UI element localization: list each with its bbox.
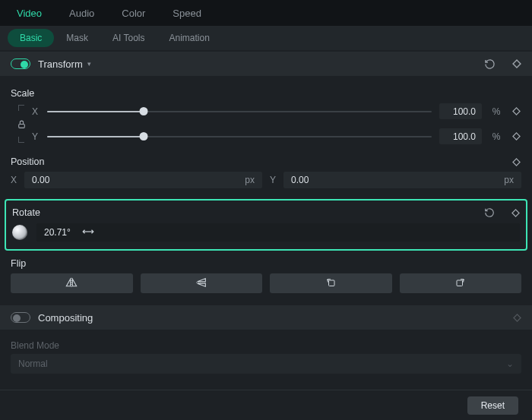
flip-vertical-icon: [195, 277, 207, 290]
rotate-cw-icon: [454, 276, 467, 290]
rotate-knob[interactable]: [12, 225, 27, 240]
rotate-label: Rotate: [12, 207, 40, 218]
flip-vertical-button[interactable]: [141, 273, 263, 293]
flip-label: Flip: [11, 258, 521, 269]
scale-y-slider[interactable]: [47, 131, 432, 142]
scale-label: Scale: [11, 88, 521, 99]
subtab-mask[interactable]: Mask: [54, 29, 100, 47]
scale-y-value[interactable]: 100.0: [439, 128, 482, 144]
chevron-down-icon: ⌄: [506, 358, 514, 369]
svg-rect-13: [329, 280, 335, 286]
svg-rect-1: [18, 124, 24, 128]
scale-x-keyframe-icon[interactable]: [511, 107, 521, 115]
blend-mode-label: Blend Mode: [11, 340, 521, 351]
svg-rect-4: [512, 158, 519, 165]
flip-horizontal-icon: [65, 277, 78, 290]
sub-tabs: Basic Mask AI Tools Animation: [0, 26, 532, 50]
rotate-ccw-icon: [325, 276, 337, 290]
blend-mode-select[interactable]: Normal ⌄: [11, 354, 521, 374]
svg-rect-3: [512, 133, 519, 140]
scale-y-keyframe-icon[interactable]: [511, 132, 521, 141]
drag-horizontal-icon: [81, 227, 95, 238]
svg-marker-9: [73, 279, 77, 286]
compositing-toggle[interactable]: [11, 312, 30, 323]
position-x-value: 0.00: [32, 175, 49, 185]
transform-title: Transform: [38, 58, 83, 70]
svg-rect-14: [457, 280, 463, 286]
rotate-value: 20.71°: [44, 227, 71, 238]
rotate-cw-button[interactable]: [400, 273, 522, 293]
rotate-reset-icon[interactable]: [484, 207, 495, 218]
reset-button[interactable]: Reset: [467, 396, 518, 415]
blend-mode-value: Normal: [18, 358, 48, 369]
subtab-animation[interactable]: Animation: [157, 29, 221, 47]
position-keyframe-icon[interactable]: [511, 158, 521, 166]
rotate-keyframe-icon[interactable]: [511, 209, 520, 217]
transform-toggle[interactable]: [11, 58, 30, 69]
svg-rect-2: [512, 108, 519, 115]
position-label: Position: [11, 156, 44, 167]
position-x-axis-label: X: [11, 175, 18, 185]
position-y-unit: px: [504, 175, 514, 185]
rotate-ccw-button[interactable]: [270, 273, 392, 293]
transform-keyframe-icon[interactable]: [512, 59, 521, 68]
subtab-aitools[interactable]: AI Tools: [100, 29, 157, 47]
svg-rect-15: [514, 314, 521, 321]
scale-x-axis-label: X: [32, 106, 40, 117]
position-x-input[interactable]: 0.00 px: [24, 172, 262, 188]
flip-horizontal-button[interactable]: [11, 273, 133, 293]
tab-speed[interactable]: Speed: [159, 0, 215, 26]
chevron-down-icon[interactable]: ▾: [87, 60, 91, 68]
scale-lock-link[interactable]: [11, 103, 32, 144]
svg-marker-11: [197, 278, 205, 281]
tab-color[interactable]: Color: [108, 0, 159, 26]
scale-x-value[interactable]: 100.0: [439, 103, 482, 119]
compositing-title: Compositing: [38, 312, 93, 324]
transform-header[interactable]: Transform ▾: [0, 52, 532, 76]
svg-rect-5: [512, 209, 519, 216]
tab-video[interactable]: Video: [3, 0, 55, 26]
footer: Reset: [0, 390, 532, 420]
svg-marker-8: [67, 279, 71, 286]
svg-rect-0: [513, 60, 521, 68]
compositing-keyframe-icon: [513, 314, 521, 322]
position-y-input[interactable]: 0.00 px: [283, 172, 521, 188]
svg-marker-12: [197, 283, 205, 286]
scale-x-slider[interactable]: [47, 106, 432, 117]
position-x-unit: px: [245, 175, 255, 185]
rotate-input[interactable]: 20.71°: [36, 223, 520, 242]
scale-x-unit: %: [489, 106, 503, 117]
compositing-header[interactable]: Compositing: [0, 305, 532, 330]
scale-x-row: X 100.0 %: [32, 103, 521, 119]
position-y-value: 0.00: [291, 175, 309, 185]
tab-audio[interactable]: Audio: [55, 0, 108, 26]
position-y-axis-label: Y: [270, 175, 277, 185]
rotate-section: Rotate 20.71°: [5, 199, 527, 251]
subtab-basic[interactable]: Basic: [8, 29, 54, 47]
scale-y-axis-label: Y: [32, 131, 40, 142]
compositing-body: Blend Mode Normal ⌄: [0, 330, 532, 377]
transform-body: Scale X 100.0 % Y: [0, 76, 532, 190]
scale-y-unit: %: [489, 131, 503, 142]
transform-reset-icon[interactable]: [484, 58, 496, 70]
top-tabs: Video Audio Color Speed: [0, 0, 532, 26]
scale-y-row: Y 100.0 %: [32, 128, 521, 144]
